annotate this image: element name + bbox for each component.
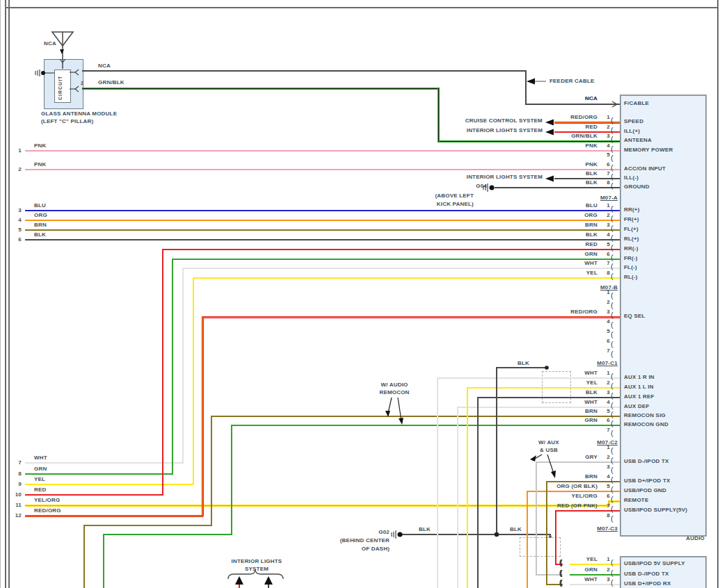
wire-segment xyxy=(467,387,468,588)
pin-function-label: REMOTE xyxy=(624,497,648,504)
pin-wire-label: ORG xyxy=(584,212,597,219)
connector-bracket: ( xyxy=(611,382,613,391)
connector-bracket: ( xyxy=(611,419,613,428)
wire-segment xyxy=(211,416,212,526)
pin-number: 8 xyxy=(607,179,610,186)
connector-bracket: ( xyxy=(611,485,613,494)
pin-function-label: RL(-) xyxy=(624,274,638,281)
pin-number: 7 xyxy=(607,348,610,354)
connector-bracket: ( xyxy=(611,340,613,349)
inline-connector: (( xyxy=(559,579,561,587)
pin-wire-label: WHT xyxy=(584,370,597,377)
g04-label: G04 xyxy=(476,183,487,190)
connector-bracket: ( xyxy=(611,262,613,271)
left-wire-number: 3 xyxy=(10,207,22,214)
pin-wire-label: YEL xyxy=(586,379,597,386)
wire-segment xyxy=(525,70,527,105)
wire-segment xyxy=(496,367,547,368)
wire-segment xyxy=(25,150,620,152)
wire-segment xyxy=(25,220,620,221)
connector-bracket: ( xyxy=(611,253,613,262)
connector-bracket: ( xyxy=(611,569,613,578)
pin-function-label: AUX 1 REF xyxy=(624,393,655,400)
connector-bracket: ( xyxy=(611,154,613,163)
pin-wire-label: GRY xyxy=(585,454,597,461)
connector-bracket: ( xyxy=(611,181,613,190)
pin-wire-label: RED xyxy=(586,124,598,131)
pin-function-label: AUX 1 L IN xyxy=(624,384,654,391)
pin-function-label: RR(-) xyxy=(624,245,639,252)
left-wire-color-label: PNK xyxy=(34,161,47,168)
left-wire-color-label: ORG xyxy=(34,212,47,219)
module-name-line1: GLASS ANTENNA MODULE xyxy=(41,111,117,117)
connector-bracket: ( xyxy=(611,291,613,300)
connector-bracket: ( xyxy=(611,172,613,181)
pin-function-label: USB/IPOD 5V SUPPLY xyxy=(624,560,685,567)
left-wire-number: 5 xyxy=(10,227,22,234)
left-wire-color-label: BLK xyxy=(34,231,46,238)
pin-number: 1 xyxy=(607,114,610,121)
connector-bracket: ( xyxy=(611,204,613,213)
pin-wire-label: BRN xyxy=(585,473,597,480)
interior-lights-up-arrows xyxy=(235,576,273,588)
left-wire-color-label: BLU xyxy=(34,202,46,209)
pin-number: 3 xyxy=(607,389,610,396)
pin-function-label: ILL(-) xyxy=(624,174,639,181)
wire-segment xyxy=(25,229,620,231)
connector-bracket: ( xyxy=(611,135,613,144)
left-wire-number: 1 xyxy=(10,147,22,154)
pin-function-label: USB D+/IPOD RX xyxy=(624,580,671,587)
wire-segment xyxy=(25,210,620,211)
antenna-circuit-box xyxy=(54,70,71,103)
connector-bracket: ( xyxy=(611,456,613,465)
pin-function-label: AUX 1 R IN xyxy=(624,374,655,381)
wire-segment xyxy=(527,491,620,492)
pin-number: 2 xyxy=(607,379,610,386)
pin-wire-label: BRN xyxy=(585,408,597,415)
left-wire-color-label: GRN xyxy=(34,466,47,473)
wire-segment xyxy=(555,510,556,565)
pin-number: 8 xyxy=(607,512,610,519)
pin-function-label: USB D-/IPOD TX xyxy=(624,458,669,465)
pin-function-label: EQ SEL xyxy=(624,313,645,320)
wire-segment xyxy=(527,491,528,588)
wire-segment xyxy=(202,316,620,318)
wire-segment xyxy=(162,249,620,250)
pin-wire-label: PNK xyxy=(586,142,598,149)
connector-id: M07-A xyxy=(600,195,618,202)
connector-bracket: ( xyxy=(611,350,613,359)
pin-number: 2 xyxy=(607,566,610,573)
pin-number: 7 xyxy=(607,170,610,177)
pin-wire-label: YEL xyxy=(586,556,597,563)
pin-wire-label: BLK xyxy=(586,231,597,238)
pin-function-label: USB/IPOD GND xyxy=(624,487,666,494)
pin-function-label: GROUND xyxy=(624,183,650,190)
pin-wire-label: RED (OR PNK) xyxy=(557,503,597,509)
wire-segment xyxy=(162,249,163,496)
left-wire-color-label: PNK xyxy=(34,142,47,149)
pin-number: 6 xyxy=(607,161,610,168)
wire-segment xyxy=(231,425,620,426)
wire-segment xyxy=(536,462,537,575)
connector-bracket: ( xyxy=(611,224,613,233)
left-wire-number: 6 xyxy=(10,236,22,243)
wire-segment xyxy=(437,377,438,588)
pin-wire-label: ORG (OR BLK) xyxy=(556,483,597,490)
wire-segment xyxy=(25,169,620,170)
pin-function-label: FL(+) xyxy=(624,226,639,233)
g04-location-line2: KICK PANEL) xyxy=(437,201,474,208)
wire-segment xyxy=(25,505,609,507)
pin-number: 5 xyxy=(607,483,610,490)
connector-bracket: ( xyxy=(611,475,613,484)
wire-segment xyxy=(172,259,173,475)
pin-function-label: REMOCON GND xyxy=(624,421,668,428)
wire-segment xyxy=(172,259,620,260)
connector-bracket: ( xyxy=(611,558,613,567)
pin-number: 7 xyxy=(607,427,610,434)
pin-number: 4 xyxy=(607,473,610,480)
audio-unit-name: AUDIO xyxy=(686,535,705,542)
wire-segment xyxy=(25,473,173,475)
pin-wire-label: BLK xyxy=(586,389,597,396)
left-wire-number: 2 xyxy=(10,166,22,173)
connector-bracket: ( xyxy=(611,243,613,252)
